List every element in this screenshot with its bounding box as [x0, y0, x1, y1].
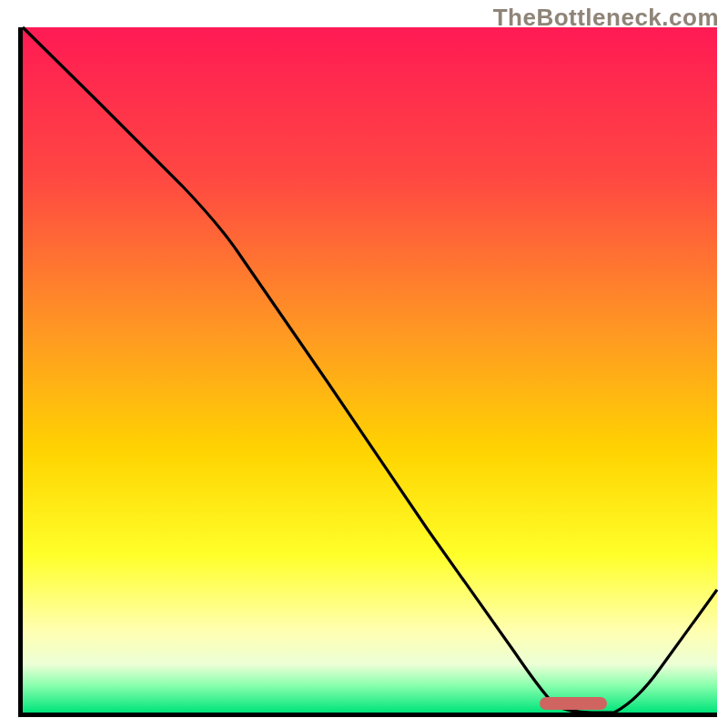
- optimal-range-marker: [540, 697, 607, 710]
- chart-svg: [0, 0, 728, 728]
- x-axis: [18, 713, 717, 717]
- chart-stage: TheBottleneck.com: [0, 0, 728, 728]
- y-axis: [18, 27, 23, 717]
